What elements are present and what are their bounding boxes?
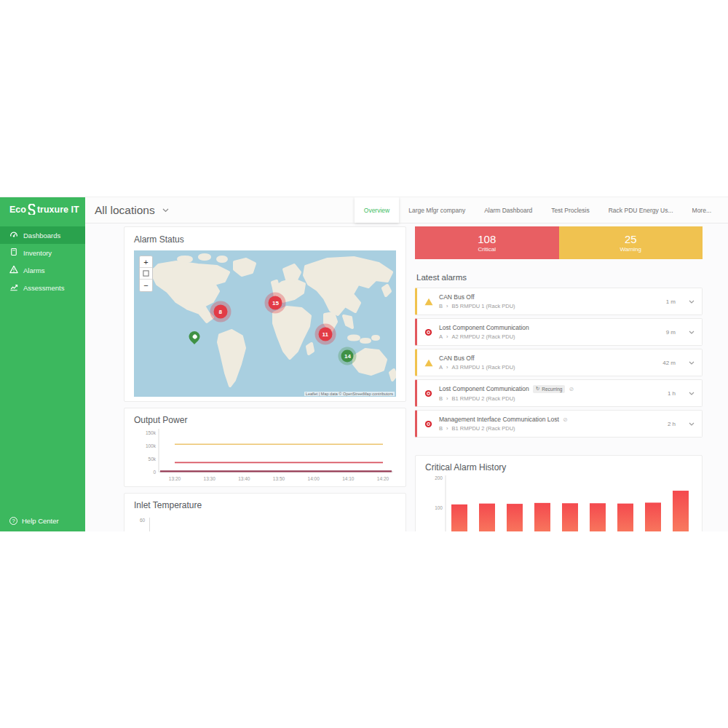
sidebar-item-alarms[interactable]: Alarms	[0, 261, 85, 279]
critical-summary-block[interactable]: 108 Critical	[415, 226, 559, 259]
latest-alarms-list: CAN Bus OffB›B5 RMPDU 1 (Rack PDU)1 mLos…	[415, 288, 703, 438]
output-power-card: Output Power 150k100k50k013:2013:3013:40…	[124, 408, 406, 487]
history-bar	[451, 505, 467, 531]
svg-text:14:10: 14:10	[342, 476, 355, 481]
alarm-triangle-icon	[9, 265, 18, 275]
map-marker-8[interactable]: 8	[213, 305, 227, 319]
map-zoom-controls: + −	[139, 256, 153, 292]
alarm-body: CAN Bus OffA›A3 RMPDU 1 (Rack PDU)	[439, 355, 662, 371]
sidebar-item-inventory[interactable]: Inventory	[0, 244, 85, 261]
alarm-item[interactable]: Management Interface Communication Lost⊘…	[415, 410, 703, 438]
inlet-temperature-chart: 60	[140, 518, 396, 531]
history-bar	[673, 491, 689, 531]
location-pin-icon	[186, 329, 202, 344]
sidebar-item-label: Assessments	[23, 284, 65, 292]
tab-label: Rack PDU Energy Us...	[609, 207, 673, 214]
recurring-icon: ↻	[536, 386, 539, 392]
map-zoom-out-button[interactable]: −	[140, 280, 152, 291]
critical-severity-icon	[424, 420, 433, 428]
warning-severity-icon	[424, 359, 433, 367]
alarm-summary: 108 Critical 25 Warning	[415, 226, 703, 259]
svg-text:200: 200	[435, 475, 443, 480]
inlet-y-axis	[149, 518, 150, 531]
breadcrumb-separator: ›	[446, 364, 448, 371]
alarm-item[interactable]: Lost Component CommunicationA›A2 RMPDU 2…	[415, 318, 703, 346]
tab-test-proclesis[interactable]: Test Proclesis	[542, 197, 598, 223]
right-column: 108 Critical 25 Warning Latest alarms CA…	[415, 226, 703, 531]
svg-text:100: 100	[435, 505, 443, 510]
svg-text:150k: 150k	[146, 430, 157, 435]
ecostruxure-logo-icon	[27, 204, 36, 215]
alarm-location: B	[439, 303, 443, 309]
alarm-title: Lost Component Communication	[439, 324, 529, 331]
tab-more[interactable]: More...	[683, 197, 721, 223]
svg-text:50k: 50k	[149, 456, 157, 462]
map-marker-11[interactable]: 11	[318, 327, 332, 341]
svg-text:14:00: 14:00	[308, 476, 320, 481]
warning-summary-block[interactable]: 25 Warning	[559, 226, 703, 259]
logo-text-prefix: Eco	[9, 205, 26, 215]
output-power-title: Output Power	[134, 415, 396, 425]
muted-bell-icon: ⊘	[569, 386, 574, 392]
tab-label: Alarm Dashboard	[484, 207, 532, 214]
chevron-down-icon[interactable]	[689, 422, 695, 426]
alarm-item[interactable]: Lost Component Communication↻Recurring⊘B…	[415, 379, 703, 407]
alarm-title-row: Lost Component Communication	[439, 324, 666, 331]
app-logo: Eco truxure IT	[0, 197, 85, 215]
history-bar	[534, 503, 550, 531]
help-center-button[interactable]: ? Help Center	[9, 517, 59, 525]
alarm-location: B	[439, 395, 443, 402]
alarm-body: CAN Bus OffB›B5 RMPDU 1 (Rack PDU)	[439, 293, 666, 309]
sidebar-item-label: Inventory	[23, 249, 52, 257]
chevron-down-icon[interactable]	[689, 361, 695, 365]
alarm-location: B	[439, 425, 443, 432]
sidebar-item-dashboards[interactable]: Dashboards	[0, 226, 85, 244]
tab-overview[interactable]: Overview	[355, 197, 399, 223]
alarm-item[interactable]: CAN Bus OffB›B5 RMPDU 1 (Rack PDU)1 m	[415, 288, 703, 315]
location-selector[interactable]: All locations	[95, 204, 169, 217]
critical-severity-icon	[424, 389, 433, 397]
alarm-item[interactable]: CAN Bus OffA›A3 RMPDU 1 (Rack PDU)42 m	[415, 349, 703, 376]
svg-text:13:20: 13:20	[169, 476, 181, 481]
map-zoom-in-button[interactable]: +	[140, 256, 152, 268]
critical-label: Critical	[478, 246, 496, 253]
logo-text-suffix: truxure IT	[37, 205, 79, 215]
alarm-body: Lost Component Communication↻Recurring⊘B…	[439, 385, 668, 402]
history-bar	[645, 502, 661, 531]
latest-alarms-title: Latest alarms	[416, 273, 703, 282]
warning-severity-icon	[424, 298, 433, 306]
alarm-title: CAN Bus Off	[439, 355, 475, 362]
sidebar-item-assessments[interactable]: Assessments	[0, 279, 85, 296]
topbar: All locations OverviewLarge Mfgr company…	[85, 197, 728, 223]
output-power-chart: 150k100k50k013:2013:3013:4013:5014:0014:…	[134, 427, 397, 483]
alarm-device: B1 RMPDU 2 (Rack PDU)	[452, 425, 515, 432]
chevron-down-icon[interactable]	[689, 300, 695, 304]
dashboard-tabs: OverviewLarge Mfgr companyAlarm Dashboar…	[355, 197, 721, 223]
svg-text:13:50: 13:50	[273, 476, 285, 481]
critical-alarm-history-card: Critical Alarm History 200100	[415, 455, 703, 531]
tab-rack-pdu-energy-us[interactable]: Rack PDU Energy Us...	[599, 197, 683, 223]
alarm-body: Management Interface Communication Lost⊘…	[439, 416, 668, 432]
map-marker-14[interactable]: 14	[341, 349, 354, 362]
help-center-label: Help Center	[22, 517, 59, 525]
content: Alarm Status	[85, 223, 728, 531]
alarm-title-row: CAN Bus Off	[439, 355, 662, 362]
tab-label: Large Mfgr company	[408, 207, 465, 214]
tab-alarm-dashboard[interactable]: Alarm Dashboard	[475, 197, 542, 223]
map-marker-pin[interactable]	[189, 331, 199, 342]
question-mark-icon: ?	[9, 517, 17, 525]
chevron-down-icon[interactable]	[689, 392, 695, 395]
map-fullscreen-button[interactable]	[140, 268, 152, 280]
world-map[interactable]: + − Leaflet | Map data © OpenStreetMap c…	[134, 250, 396, 397]
tab-label: More...	[692, 207, 711, 214]
map-marker-15[interactable]: 15	[269, 296, 282, 310]
history-bar	[617, 504, 633, 531]
chevron-down-icon[interactable]	[689, 331, 695, 334]
alarm-title: CAN Bus Off	[439, 293, 475, 301]
world-map-svg	[134, 250, 396, 397]
alarm-location: A	[439, 364, 443, 371]
alarm-status-card: Alarm Status	[124, 226, 406, 402]
history-bar	[562, 503, 578, 531]
map-attribution: Leaflet | Map data © OpenStreetMap contr…	[304, 392, 395, 396]
tab-large-mfgr-company[interactable]: Large Mfgr company	[399, 197, 475, 223]
